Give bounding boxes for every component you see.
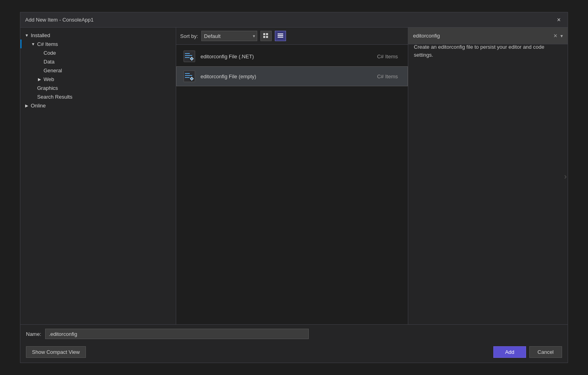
tree-item-general[interactable]: General (20, 66, 176, 75)
item-row-editorconfig-net[interactable]: editorconfig File (.NET) C# Items (176, 46, 408, 66)
tree-item-graphics[interactable]: Graphics (20, 83, 176, 92)
tree-item-online[interactable]: ▶Online (20, 101, 176, 110)
svg-rect-0 (263, 33, 265, 35)
svg-rect-15 (185, 75, 192, 76)
svg-rect-14 (185, 73, 190, 74)
middle-panel: Sort by: Default Name Type (176, 28, 408, 324)
scroll-indicator: › (564, 171, 567, 181)
tree-item-data[interactable]: Data (20, 57, 176, 66)
close-button[interactable]: × (555, 16, 563, 24)
tree-item-csharp-items[interactable]: ▼C# Items (20, 40, 176, 48)
tree-arrow-graphics (30, 85, 36, 91)
tree-label-graphics: Graphics (37, 85, 173, 91)
svg-rect-8 (185, 53, 190, 54)
item-category-editorconfig-empty: C# Items (377, 73, 398, 79)
name-label: Name: (26, 331, 41, 337)
tree-label-code: Code (44, 50, 173, 56)
svg-rect-2 (263, 36, 265, 38)
svg-rect-4 (278, 34, 283, 34)
item-row-editorconfig-empty[interactable]: editorconfig File (empty) C# Items (176, 66, 408, 86)
item-name-editorconfig-empty: editorconfig File (empty) (201, 73, 377, 79)
tree-arrow-web: ▶ (36, 76, 43, 82)
cancel-button[interactable]: Cancel (529, 346, 562, 358)
tree-panel: ▼Installed▼C# ItemsCodeDataGeneral▶WebGr… (20, 28, 176, 324)
title-bar: Add New Item - ConsoleApp1 × (20, 12, 568, 28)
tree-label-installed: Installed (31, 32, 173, 38)
svg-rect-6 (278, 37, 283, 38)
sort-select[interactable]: Default Name Type (201, 31, 257, 41)
name-row: Name: (20, 325, 568, 343)
tree-label-online: Online (31, 103, 173, 109)
sort-by-label: Sort by: (180, 33, 198, 39)
tree-label-data: Data (44, 59, 173, 65)
tree-label-csharp-items: C# Items (37, 41, 173, 47)
tree-arrow-online: ▶ (24, 102, 30, 109)
main-content: ▼Installed▼C# ItemsCodeDataGeneral▶WebGr… (20, 28, 568, 324)
svg-rect-5 (278, 35, 283, 36)
search-dropdown-button[interactable]: ▾ (559, 33, 564, 39)
tree-label-web: Web (44, 76, 173, 82)
add-button[interactable]: Add (493, 346, 526, 358)
dialog-title: Add New Item - ConsoleApp1 (25, 17, 93, 23)
tree-arrow-code (36, 50, 43, 56)
tree-arrow-installed: ▼ (24, 32, 30, 38)
item-icon-editorconfig-net (182, 49, 197, 63)
list-view-button[interactable] (275, 31, 286, 41)
name-input[interactable] (45, 329, 309, 339)
svg-rect-1 (266, 33, 268, 35)
search-clear-button[interactable]: × (552, 32, 559, 40)
item-icon-editorconfig-empty (182, 69, 197, 83)
tree-item-installed[interactable]: ▼Installed (20, 31, 176, 40)
search-bar: ×▾ (408, 28, 568, 44)
svg-rect-3 (266, 36, 268, 38)
tree-item-code[interactable]: Code (20, 48, 176, 57)
description-text: Create an editorconfig file to persist y… (414, 43, 562, 59)
tree-arrow-general (36, 67, 43, 73)
tree-item-web[interactable]: ▶Web (20, 75, 176, 83)
tree-label-search-results: Search Results (37, 94, 173, 100)
item-name-editorconfig-net: editorconfig File (.NET) (201, 54, 377, 60)
add-new-item-dialog: Add New Item - ConsoleApp1 × ▼Installed▼… (20, 12, 568, 363)
search-input[interactable] (411, 32, 552, 40)
compact-view-button[interactable]: Show Compact View (26, 346, 86, 358)
bottom-bar: Name: Show Compact View Add Cancel (20, 324, 568, 363)
tree-arrow-data (36, 58, 43, 65)
sort-select-wrapper: Default Name Type (201, 31, 257, 41)
item-category-editorconfig-net: C# Items (377, 54, 398, 60)
button-row: Show Compact View Add Cancel (20, 343, 568, 363)
tree-label-general: General (44, 67, 173, 73)
detail-panel: Type: C# Items Create an editorconfig fi… (408, 28, 568, 324)
tree-arrow-csharp-items: ▼ (30, 41, 36, 47)
item-list: editorconfig File (.NET) C# Items editor… (176, 45, 408, 324)
action-buttons: Add Cancel (493, 346, 562, 358)
grid-view-button[interactable] (260, 31, 272, 41)
svg-rect-9 (185, 55, 192, 56)
tree-arrow-search-results (30, 93, 36, 100)
toolbar: Sort by: Default Name Type (176, 28, 408, 45)
tree-item-search-results[interactable]: Search Results (20, 92, 176, 101)
